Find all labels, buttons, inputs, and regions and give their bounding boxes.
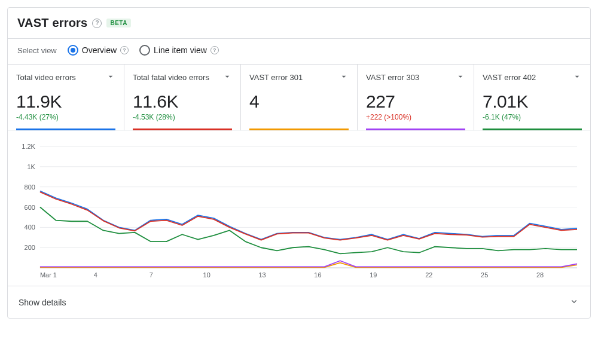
view-selector-row: Select view Overview ? Line item view ?	[8, 38, 590, 64]
chevron-down-icon[interactable]	[456, 72, 465, 83]
metric-cards-row: Total video errors11.9K-4.43K (27%)Total…	[8, 64, 590, 130]
metric-card[interactable]: VAST error 3014	[241, 65, 358, 130]
line-chart: 2004006008001K1.2KMar 14710131619222528	[17, 144, 581, 282]
help-icon[interactable]: ?	[210, 46, 219, 54]
metric-card-title: VAST error 402	[483, 73, 536, 82]
metric-card-value: 11.6K	[133, 91, 232, 112]
svg-text:Mar 1: Mar 1	[40, 271, 57, 279]
svg-text:13: 13	[258, 271, 266, 279]
metric-card[interactable]: Total video errors11.9K-4.43K (27%)	[8, 65, 124, 130]
metric-card-delta: -4.43K (27%)	[16, 113, 115, 123]
metric-card-value: 11.9K	[16, 91, 115, 112]
metric-card-title: Total fatal video errors	[133, 73, 209, 82]
metric-card-delta: -4.53K (28%)	[133, 113, 232, 123]
radio-icon	[68, 45, 78, 56]
svg-text:1K: 1K	[28, 163, 36, 170]
help-icon[interactable]: ?	[120, 46, 129, 54]
metric-card-title: Total video errors	[16, 73, 76, 82]
metric-card-delta: +222 (>100%)	[366, 113, 465, 123]
metric-card[interactable]: Total fatal video errors11.6K-4.53K (28%…	[124, 65, 241, 130]
svg-text:28: 28	[536, 271, 544, 279]
svg-text:600: 600	[25, 204, 35, 211]
svg-text:25: 25	[481, 271, 488, 279]
svg-text:1.2K: 1.2K	[22, 144, 35, 150]
view-selector-label: Select view	[17, 46, 57, 55]
metric-card-value: 7.01K	[483, 91, 582, 112]
vast-errors-panel: VAST errors ? BETA Select view Overview …	[7, 7, 591, 319]
radio-label: Line item view	[154, 45, 207, 55]
view-radio-line-item[interactable]: Line item view ?	[139, 45, 219, 56]
metric-card[interactable]: VAST error 4027.01K-6.1K (47%)	[474, 65, 590, 130]
view-radio-overview[interactable]: Overview ?	[68, 45, 129, 56]
show-details-row[interactable]: Show details	[8, 286, 590, 318]
panel-header: VAST errors ? BETA	[8, 8, 590, 38]
metric-card-title: VAST error 303	[366, 73, 419, 82]
chevron-down-icon[interactable]	[572, 72, 582, 83]
chart-series-line	[40, 261, 577, 267]
svg-text:4: 4	[94, 271, 97, 279]
metric-card-delta	[249, 113, 349, 123]
metric-card-delta: -6.1K (47%)	[483, 113, 582, 123]
beta-badge: BETA	[106, 19, 130, 27]
radio-icon	[139, 45, 150, 56]
chevron-down-icon	[569, 296, 579, 308]
svg-text:400: 400	[25, 224, 35, 231]
chart-series-line	[40, 191, 577, 239]
metric-card-title: VAST error 301	[249, 73, 303, 82]
svg-text:7: 7	[150, 271, 153, 279]
svg-text:19: 19	[370, 271, 377, 279]
svg-text:200: 200	[25, 244, 35, 251]
chevron-down-icon[interactable]	[339, 72, 349, 83]
panel-title: VAST errors	[17, 16, 87, 30]
radio-label: Overview	[82, 45, 117, 55]
svg-text:10: 10	[203, 271, 210, 279]
svg-text:22: 22	[425, 271, 432, 279]
chart-series-line	[40, 207, 577, 254]
chart-area: 2004006008001K1.2KMar 14710131619222528	[8, 130, 590, 286]
metric-card-value: 4	[249, 91, 349, 112]
help-icon[interactable]: ?	[92, 19, 102, 28]
svg-text:16: 16	[314, 271, 321, 279]
show-details-label: Show details	[19, 298, 66, 307]
chevron-down-icon[interactable]	[222, 72, 232, 83]
svg-text:800: 800	[25, 183, 35, 191]
metric-card[interactable]: VAST error 303227+222 (>100%)	[358, 65, 474, 130]
metric-card-value: 227	[366, 91, 465, 112]
chevron-down-icon[interactable]	[106, 72, 115, 83]
